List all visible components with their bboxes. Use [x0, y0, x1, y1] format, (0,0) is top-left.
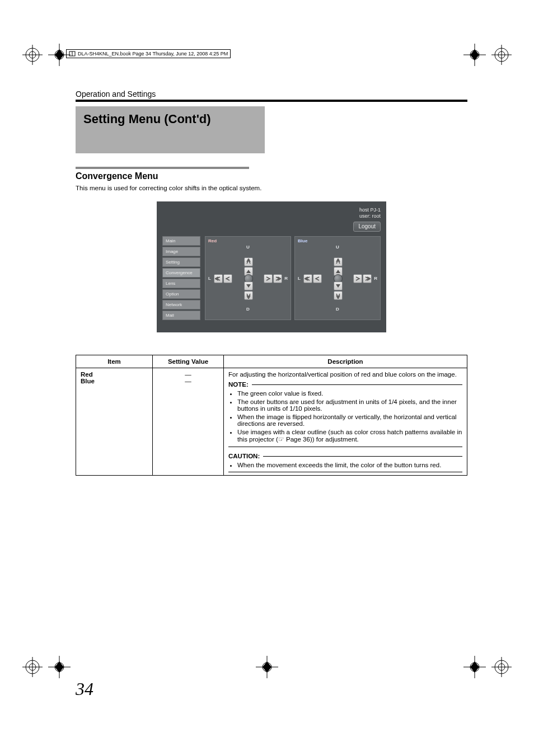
btn-red-left-fine[interactable] [223, 274, 232, 283]
subheading: Convergence Menu [76, 171, 467, 181]
note-item: The outer buttons are used for adjustmen… [237, 398, 462, 412]
label-right: R [374, 276, 377, 281]
svg-marker-31 [470, 661, 479, 673]
label-up: U [246, 245, 250, 250]
ui-content: Red U D L R Blue U D L R [205, 236, 381, 320]
sidebar-item-network[interactable]: Network [162, 300, 200, 309]
svg-marker-41 [336, 284, 340, 288]
note-label: NOTE: [228, 381, 249, 388]
page-title: Setting Menu (Cont'd) [83, 112, 257, 126]
svg-marker-39 [246, 284, 251, 288]
print-mark [490, 44, 513, 66]
svg-marker-38 [246, 270, 251, 273]
label-left: L [298, 276, 301, 281]
pad-blue: U D L R [297, 245, 378, 312]
btn-blue-left-fine[interactable] [313, 274, 322, 283]
ui-topbar: host PJ-1 user: root Logout [162, 207, 381, 232]
label-right: R [284, 276, 288, 281]
th-desc: Description [224, 355, 467, 368]
print-mark [490, 656, 513, 678]
section-rule [76, 100, 467, 102]
note-end-rule [228, 447, 462, 447]
btn-blue-down-coarse[interactable] [334, 291, 343, 300]
channel-red: Red U D L R [205, 236, 291, 320]
print-mark [21, 656, 44, 678]
item-red: Red [81, 371, 93, 378]
book-icon [69, 50, 76, 57]
svg-marker-40 [336, 270, 340, 273]
svg-marker-23 [55, 661, 64, 673]
btn-blue-up-coarse[interactable] [334, 257, 343, 266]
th-item: Item [76, 355, 153, 368]
note-list: The green color value is fixed.The outer… [228, 390, 462, 443]
table-row: Red Blue — — For adjusting the horizonta… [76, 368, 467, 476]
value-2: — [185, 378, 191, 384]
sidebar-item-lens[interactable]: Lens [162, 279, 200, 288]
note-item: The green color value is fixed. [237, 390, 462, 397]
btn-red-right-fine[interactable] [264, 274, 273, 283]
cell-desc: For adjusting the horizontal/vertical po… [224, 368, 467, 476]
cell-value: — — [153, 368, 224, 476]
caution-rule [263, 456, 462, 457]
sidebar-item-convergence[interactable]: Convergence [162, 268, 200, 278]
btn-blue-right-coarse[interactable] [363, 274, 372, 283]
item-blue: Blue [81, 378, 95, 384]
btn-red-down-fine[interactable] [244, 281, 253, 290]
note-item: Use images with a clear outline (such as… [237, 429, 462, 443]
channel-blue: Blue U D L R [294, 236, 381, 320]
sidebar-item-image[interactable]: Image [162, 247, 200, 256]
note-item: When the image is flipped horizontally o… [237, 414, 462, 427]
label-down: D [246, 307, 250, 312]
ui-sidebar: MainImageSettingConvergenceLensOptionNet… [162, 236, 200, 320]
logout-button[interactable]: Logout [353, 222, 381, 232]
book-header-text: DLA-SH4KNL_EN.book Page 34 Thursday, Jun… [78, 51, 228, 57]
sidebar-item-main[interactable]: Main [162, 236, 200, 246]
section-header: Operation and Settings [76, 90, 467, 98]
value-1: — [185, 371, 191, 378]
title-box: Setting Menu (Cont'd) [76, 106, 265, 153]
desc-intro: For adjusting the horizontal/vertical po… [228, 371, 462, 378]
btn-blue-right-fine[interactable] [353, 274, 362, 283]
pad-red: U D L R [207, 245, 289, 312]
caution-label: CAUTION: [228, 453, 260, 459]
note-rule [252, 384, 462, 385]
convergence-ui-panel: host PJ-1 user: root Logout MainImageSet… [157, 201, 386, 332]
caution-list: When the movement exceeds the limit, the… [228, 462, 462, 468]
th-value: Setting Value [153, 355, 224, 368]
print-mark [463, 44, 486, 66]
btn-blue-left-coarse[interactable] [303, 274, 312, 283]
caution-item: When the movement exceeds the limit, the… [237, 462, 462, 468]
btn-red-down-coarse[interactable] [244, 291, 253, 300]
caution-end-rule [228, 472, 462, 472]
channel-title-red: Red [207, 238, 289, 245]
user-label: user: root [162, 213, 381, 219]
sidebar-item-setting[interactable]: Setting [162, 257, 200, 267]
host-label: host PJ-1 [162, 207, 381, 213]
btn-red-left-coarse[interactable] [214, 274, 223, 283]
print-mark [21, 44, 44, 66]
btn-red-right-coarse[interactable] [273, 274, 282, 283]
svg-marker-15 [470, 49, 479, 60]
spec-table: Item Setting Value Description Red Blue … [76, 355, 467, 476]
btn-red-up-coarse[interactable] [244, 257, 253, 266]
channel-title-blue: Blue [297, 238, 378, 245]
intro-text: This menu is used for correcting color s… [76, 185, 467, 191]
book-header: DLA-SH4KNL_EN.book Page 34 Thursday, Jun… [66, 49, 231, 58]
sidebar-item-option[interactable]: Option [162, 289, 200, 299]
page-number: 34 [76, 679, 93, 699]
btn-blue-down-fine[interactable] [334, 281, 343, 290]
cell-item: Red Blue [76, 368, 153, 476]
subheading-rule [76, 167, 249, 169]
print-mark [48, 656, 71, 678]
svg-marker-7 [55, 49, 64, 60]
label-up: U [336, 245, 339, 250]
sidebar-item-mail[interactable]: Mail [162, 311, 200, 320]
label-left: L [208, 276, 211, 281]
label-down: D [336, 307, 339, 312]
